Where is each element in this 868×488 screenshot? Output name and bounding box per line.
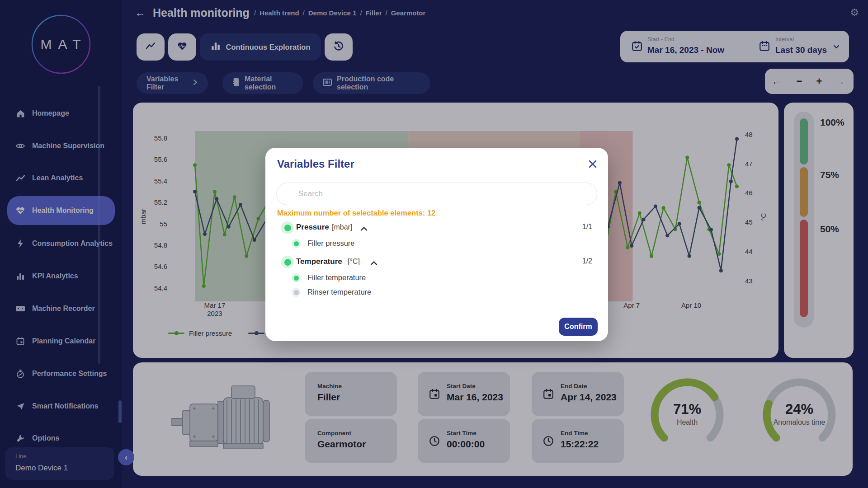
- temperature-group-row[interactable]: Temperature [°C] 1/2: [265, 254, 608, 270]
- variable-selected-dot: [292, 239, 301, 248]
- chevron-up-icon[interactable]: [370, 259, 377, 267]
- confirm-button[interactable]: Confirm: [559, 318, 598, 336]
- chevron-up-icon[interactable]: [360, 225, 368, 233]
- variable-unselected-dot: [292, 288, 301, 297]
- variable-label: Rinser temperature: [307, 288, 371, 296]
- variables-filter-modal: Variables Filter Maximum number of selec…: [265, 148, 608, 341]
- max-elements-warning: Maximum number of selectable elements: 1…: [277, 209, 435, 217]
- variable-label: Filler pressure: [307, 239, 355, 248]
- variable-label: Filler temperature: [307, 273, 366, 282]
- group-name: Pressure: [296, 223, 329, 232]
- close-icon[interactable]: [587, 159, 598, 169]
- group-count: 1/1: [582, 223, 592, 231]
- group-name: Temperature: [296, 257, 342, 266]
- group-count: 1/2: [582, 257, 592, 265]
- variable-item-filler-pressure[interactable]: Filler pressure: [265, 237, 491, 250]
- variable-item-filler-temperature[interactable]: Filler temperature: [265, 271, 491, 285]
- search-input[interactable]: [276, 183, 597, 205]
- group-unit: [mbar]: [332, 223, 352, 231]
- pressure-group-row[interactable]: Pressure [mbar] 1/1: [265, 220, 608, 235]
- group-unit: [°C]: [348, 258, 360, 266]
- variable-selected-dot: [292, 273, 301, 282]
- variable-item-rinser-temperature[interactable]: Rinser temperature: [265, 286, 491, 299]
- app-root: MAT Homepage Machine Supervision Lean An…: [0, 0, 868, 488]
- modal-title: Variables Filter: [277, 158, 354, 170]
- group-selected-dot[interactable]: [281, 256, 294, 268]
- group-selected-dot[interactable]: [281, 221, 294, 234]
